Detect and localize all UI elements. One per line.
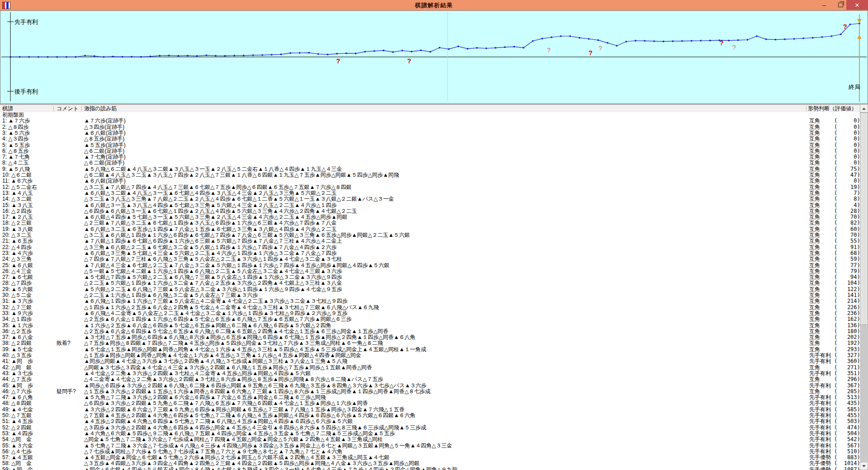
- scroll-down-button[interactable]: [860, 462, 868, 470]
- arrow-down-icon: [857, 19, 862, 23]
- row-initial-position[interactable]: 初期盤面: [0, 112, 860, 118]
- header-judgment[interactable]: 形勢判断（評価値）: [808, 105, 857, 112]
- close-button[interactable]: ✕: [846, 0, 868, 10]
- table-row[interactable]: 50: △７五銀△７五銀▲４五歩△２四銀▲４六角△６四歩▲５七角△７二飛▲６八飛…: [0, 413, 860, 418]
- table-row[interactable]: 14: △３二銀△３二玉▲３八玉△３三角▲７八銀△２二玉▲２八玉△４四歩▲６七銀…: [0, 196, 860, 202]
- table-row[interactable]: 7: ▲７七角▲７七角(定跡手)互角( 0): [0, 154, 860, 160]
- table-row[interactable]: 22: △４四歩△３三角▲６八銀△２二玉▲６七銀△３二金▲５八銀△１四歩▲１六歩…: [0, 244, 860, 250]
- judgment-cell: 互角( 293): [809, 347, 860, 352]
- table-row[interactable]: 28: △７四歩△２二玉▲５六銀△１四歩▲１六歩△３二金▲７八金△２五歩▲３六歩…: [0, 280, 860, 286]
- question-mark: ?: [407, 57, 411, 65]
- table-row[interactable]: 24: △３三角△７四歩▲７八銀△７三桂▲６八飛△３三角▲５八金左△２二玉▲３六…: [0, 256, 860, 262]
- move-cell: 13: ▲４八玉: [2, 190, 33, 196]
- table-row[interactable]: 52: △２四銀△３四歩▲３六歩△２四銀▲４六角△６四歩▲４四歩△同金▲４五歩△…: [0, 425, 860, 431]
- table-row[interactable]: 10: △６二銀△６二銀▲４八玉△３二玉▲３八玉△７四歩▲２八玉△７三銀▲１八香…: [0, 172, 860, 178]
- table-row[interactable]: 9: ▲５八飛▲５八飛△６二銀▲４八玉△３二銀▲３八玉△３一玉▲２八玉△５二金右…: [0, 166, 860, 172]
- table-row[interactable]: 12: △５二金右△３二玉▲７八銀△７四歩▲４八玉△７三銀▲６七銀△７五歩▲同歩…: [0, 184, 860, 190]
- table-row[interactable]: 48: △８四銀△６四歩▲３六歩△２四銀▲５九角△６二飛▲７八飛△６五歩▲７六飛…: [0, 400, 860, 406]
- evaluation-value: ( 0): [834, 136, 860, 142]
- table-row[interactable]: 58: △同 金△３五歩▲４四銀△３六歩▲３四金△４四角▲２四角△２三銀▲４四金…: [0, 461, 860, 466]
- reading-cell: △３二玉▲７八銀△７四歩▲４八玉△７三銀▲６七銀△７五歩▲同歩△６四銀▲６五歩△…: [84, 184, 352, 190]
- table-row[interactable]: 49: ▲４七金▲３六歩△２四銀▲６六金△７三銀▲５九角△６四歩▲同歩△同銀▲６…: [0, 407, 860, 413]
- table-row[interactable]: 56: △４七歩△７七歩成▲同桂△７六歩▲５七角△７七歩成▲７五角△７六と▲９七…: [0, 449, 860, 455]
- table-row[interactable]: 17: ▲２八玉▲６八銀△４四歩▲５七銀△３一玉▲５六銀△３三角▲２八玉△４三金…: [0, 214, 860, 220]
- table-row[interactable]: 38: △２四銀敗着?△７五歩▲同歩△８四銀▲７四歩△７二飛▲４五歩△同歩▲５四…: [0, 340, 860, 346]
- table-row[interactable]: 35: ▲１六歩▲１六歩△２五歩▲６八金△６四歩▲５七金△６五歩▲同銀△６二飛▲…: [0, 323, 860, 329]
- table-row[interactable]: 42: △同 銀△同銀▲３七歩△３四金▲４七金△４三金▲３六歩△２四銀▲６八飛△…: [0, 365, 860, 371]
- table-row[interactable]: 25: ▲６八銀▲７八銀△４三金▲６七銀△２二玉▲７八金△３二金▲５六銀△１四歩…: [0, 263, 860, 268]
- move-cell: 19: ▲３八銀: [2, 226, 33, 232]
- header-comment[interactable]: コメント: [57, 105, 79, 112]
- table-row[interactable]: 55: ▲３六金▲５七角△７二飛▲３六金△７七歩成▲４八飛△４三歩▲４四飛△同歩…: [0, 443, 860, 449]
- table-row[interactable]: 6: △８五歩△６二銀(定跡手)互角( 0): [0, 148, 860, 154]
- table-row[interactable]: 30: △５二金△２二玉▲１六歩△１四歩▲６八飛△３二金▲５八金左△７三銀▲３六…: [0, 292, 860, 298]
- table-row[interactable]: 51: ▲４五歩▲４五歩△２四銀▲４六角△６四歩▲５七角△７二飛▲６八飛△４五歩…: [0, 418, 860, 424]
- table-row[interactable]: 27: ▲６七銀▲５七銀△７四歩▲５六銀△２二玉▲６八飛△７三銀▲５八金左△１四…: [0, 274, 860, 280]
- table-row[interactable]: 26: △４三金△５一銀▲５七銀△４二銀▲１六歩△１四歩▲６八飛△２二玉▲５八金…: [0, 268, 860, 274]
- table-row[interactable]: 15: ▲３八玉▲６八銀△３一玉▲３八玉△４四歩▲５七銀△３三角▲５六銀△４三金…: [0, 202, 860, 208]
- scrollbar-thumb[interactable]: [860, 113, 868, 325]
- table-row[interactable]: 44: △７五歩△４二金寄▲４七金△２二角▲３六歩△２四銀▲３七桂△８六歩▲同歩…: [0, 376, 860, 382]
- judgment-cell: 先手有利( 351): [809, 371, 860, 376]
- evaluation-value: ( 0): [834, 160, 860, 166]
- table-row[interactable]: 34: △１四歩△２五歩▲６八金△１四歩▲１六歩△６四歩▲５七金△６五歩▲６八飛…: [0, 316, 860, 322]
- table-row[interactable]: 21: ▲６五歩▲７八銀△１四歩▲６七銀△６四歩▲１六歩△６三銀▲５六銀△７四歩…: [0, 238, 860, 244]
- header-kifu[interactable]: 棋譜: [2, 105, 13, 112]
- table-row[interactable]: 43: ▲３七歩▲４七金△２二角▲３六歩△２四銀▲３七桂△４二金寄▲４五歩△同歩…: [0, 371, 860, 376]
- evaluation-value: ( 474): [834, 425, 860, 431]
- judgment-text: 先手有利: [809, 437, 834, 442]
- move-cell: 20: △３二玉: [2, 232, 32, 238]
- table-row[interactable]: 40: △３五歩△１五歩▲同歩△同銀▲同香△同角▲４七金△１六歩▲４五歩△３三角…: [0, 352, 860, 358]
- data-point: [196, 55, 198, 56]
- table-row[interactable]: 57: ▲４五銀▲４五銀△同金▲同金△６七銀▲５七角△２六歩▲同歩△２七歩▲同玉…: [0, 455, 860, 461]
- table-row[interactable]: 31: ▲３六歩▲６八飛△１四歩▲１六歩△７三銀▲５八金左△４二金寄▲４七金△２…: [0, 298, 860, 304]
- table-row[interactable]: 33: ▲９六歩▲６八飛△４二金寄▲５八金左△２二玉▲４七金△３二金▲１六歩△１…: [0, 310, 860, 316]
- reading-cell: ▲４七金△２二角▲３六歩△２四銀▲３七桂△４二金寄▲４五歩△同歩▲同銀△４四歩▲…: [84, 371, 311, 376]
- table-row[interactable]: 45: ▲同 歩▲同歩△６四歩▲３六歩△２四銀▲６八飛△６二飛▲６四歩△同銀▲９…: [0, 383, 860, 389]
- judgment-cell: 先手有利( 513): [809, 395, 860, 400]
- judgment-cell: 互角( 236): [809, 310, 860, 316]
- header-reading[interactable]: 激指の読み筋: [84, 105, 117, 112]
- table-row[interactable]: 8: △４二玉△６二銀(定跡手)互角( 0): [0, 160, 860, 166]
- table-row[interactable]: 5: ▲５五歩▲５五歩(定跡手)互角( 0): [0, 142, 860, 148]
- table-row[interactable]: 13: ▲４八玉▲６八銀△３二銀▲４八玉△３一玉▲６七銀△４四歩▲３八玉△４三金…: [0, 190, 860, 196]
- table-row[interactable]: 36: △２五歩△２五歩▲６八金△６四歩▲５七金△６五歩▲６八飛△６二飛▲６五銀…: [0, 329, 860, 334]
- table-row[interactable]: 41: ▲同 歩▲同歩△同銀▲４七金△３六歩▲３七歩△２四角▲４八飛△３七歩成▲…: [0, 358, 860, 364]
- table-row[interactable]: 1: ▲７六歩▲７六歩(定跡手)互角( 0): [0, 118, 860, 124]
- table-row[interactable]: 2: △８四歩△３四歩(定跡手)互角( 0): [0, 124, 860, 130]
- table-row[interactable]: 39: ▲５七金▲５七金△１五歩▲同歩△同銀▲同香△同角▲４七金△１六歩▲４五歩…: [0, 347, 860, 352]
- move-cell: 25: ▲６八銀: [2, 263, 33, 268]
- table-row[interactable]: 19: ▲３八銀▲６八銀△３二玉▲６五歩△１四歩▲７八金△１五歩▲６七銀△３三角…: [0, 226, 860, 232]
- reading-cell: ▲５八飛△６二銀▲４八玉△３二銀▲３八玉△３一玉▲２八玉△５二金右▲１八香△４四…: [84, 166, 342, 172]
- judgment-text: 先手有利: [809, 431, 834, 437]
- table-row[interactable]: 4: △３四歩△８五歩(定跡手)互角( 0): [0, 136, 860, 142]
- vertical-scrollbar[interactable]: [860, 104, 868, 470]
- table-row[interactable]: 18: △２三銀△２三銀▲７八銀△３二玉▲６七銀△１四歩▲３八玉△６四歩▲１六歩…: [0, 220, 860, 226]
- table-row[interactable]: 46: △７六歩疑問手?△１五歩▲３六歩△２四銀▲１五歩△１六歩▲同香△８四銀▲…: [0, 389, 860, 395]
- table-row[interactable]: 16: △２四歩△６四歩▲６八銀△３一玉▲６七銀△１四歩▲２八玉△４四歩▲５六銀…: [0, 208, 860, 214]
- table-row[interactable]: 32: △７三銀△１四歩▲１六歩△２五歩▲６八金△２四角▲５七金△４二金寄▲４七…: [0, 305, 860, 310]
- data-point: [486, 47, 487, 49]
- judgment-text: 互角: [809, 238, 834, 244]
- move-cell: 7: ▲７七角: [2, 154, 30, 160]
- table-row[interactable]: 3: ▲５六歩▲６八銀(定跡手)互角( 0): [0, 130, 860, 136]
- reading-cell: △同銀▲３七歩△３四金▲４七金△４三金▲３六歩△２四銀▲６八飛△１五歩▲同歩△７…: [84, 365, 372, 371]
- table-row[interactable]: 54: △同 金△同金▲５七角△７二飛▲３六金△７七歩成▲同桂△７四飛▲４五銀△…: [0, 437, 860, 442]
- minimize-button[interactable]: –: [814, 0, 835, 10]
- scroll-up-button[interactable]: [860, 104, 868, 113]
- table-row[interactable]: 23: ▲４六歩▲６八銀△３三角▲５七銀△４三金▲５六銀△２二玉▲４六歩△１四歩…: [0, 250, 860, 256]
- table-row[interactable]: 59: ▲同 金▲同金△６七銀▲４四歩△５八銀不成▲同金△８八飛▲４七銀△８九飛…: [0, 467, 860, 470]
- table-row[interactable]: 37: ▲６八金▲３七桂△７五歩▲同歩△６四歩▲６八飛△８六歩▲同歩△６五歩▲同…: [0, 334, 860, 340]
- judgment-text: 互角: [809, 334, 834, 340]
- maximize-button[interactable]: [835, 0, 846, 10]
- reading-cell: ▲３七桂△７五歩▲同歩△６四歩▲６八飛△８六歩▲同歩△６五歩▲同飛△６四歩▲６七…: [84, 334, 415, 340]
- table-row[interactable]: 20: △３二玉△３二玉▲６八銀△１四歩▲１六歩△６四歩▲６七銀△７四歩▲７八金…: [0, 232, 860, 238]
- evaluation-value: ( 513): [834, 395, 860, 400]
- table-row[interactable]: 11: ▲６六歩▲６八銀(定跡手)互角( 0): [0, 178, 860, 184]
- move-cell: 36: △２五歩: [2, 329, 32, 334]
- judgment-text: 先手有利: [809, 418, 834, 424]
- table-row[interactable]: 29: ▲５六銀▲５六銀△２二玉▲６八飛△７三銀▲５八金左△３二金▲３六歩△１四…: [0, 287, 860, 292]
- table-row[interactable]: 53: ▲４四歩▲４六角△６六銀▲５四歩△９二飛▲６八飛△７五銀▲４四歩△同金▲…: [0, 431, 860, 437]
- table-row[interactable]: 47: ▲６八角▲５九角△７二飛▲３六歩△２四銀▲６六金△６四歩▲７六金△６五歩…: [0, 395, 860, 400]
- data-point: [691, 40, 692, 42]
